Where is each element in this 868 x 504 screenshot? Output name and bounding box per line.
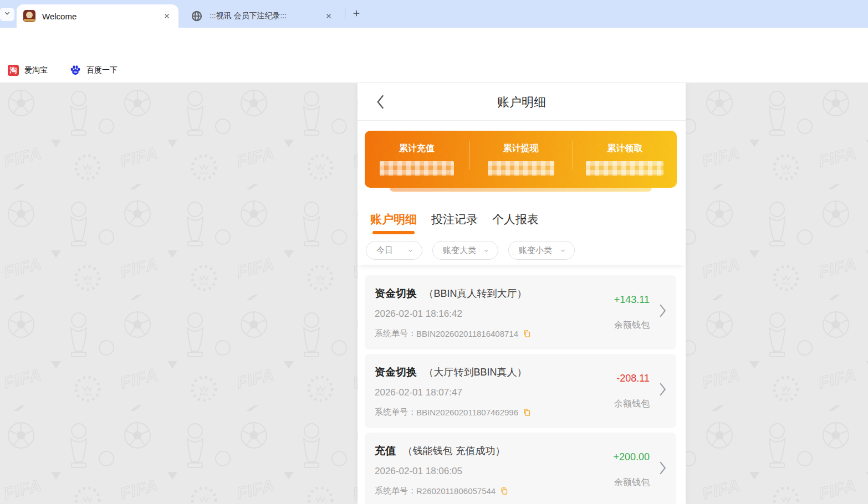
chevron-right-icon[interactable] [659, 304, 666, 320]
list-item[interactable]: 资金切换 （大厅转到BBIN真人） 2026-02-01 18:07:47 系统… [365, 354, 676, 428]
stat-value-blurred [488, 161, 554, 176]
record-detail: （大厅转到BBIN真人） [423, 367, 527, 378]
baidu-paw-icon: du [70, 65, 81, 76]
chevron-down-icon [559, 247, 566, 254]
record-time: 2026-02-01 18:07:47 [375, 387, 462, 398]
record-amount: +200.00 [613, 451, 650, 463]
stat-total-claimed: 累计领取 [573, 131, 677, 188]
filter-subcategory-dropdown[interactable]: 账变小类 [508, 241, 575, 260]
record-wallet: 余额钱包 [614, 320, 650, 331]
record-list: 资金切换 （BBIN真人转到大厅） 2026-02-01 18:16:42 系统… [358, 265, 686, 504]
stats-card-shadow [390, 188, 652, 192]
page-title: 账户明细 [358, 94, 686, 111]
page-header: 账户明细 [358, 83, 686, 121]
copy-icon[interactable] [523, 330, 531, 338]
list-item[interactable]: 充值 （钱能钱包 充值成功） 2026-02-01 18:06:05 系统单号：… [365, 433, 676, 504]
record-title: 充值 （钱能钱包 充值成功） [375, 444, 505, 458]
browser-tabstrip: Welcome :::视讯 会员下注纪录::: [0, 0, 868, 28]
browser-tab-welcome[interactable]: Welcome [17, 4, 178, 28]
screen: Welcome :::视讯 会员下注纪录::: [0, 0, 868, 504]
bookmark-aitaobao[interactable]: 淘 爱淘宝 [4, 62, 51, 79]
tab-list-chevron[interactable] [0, 8, 14, 21]
record-order: 系统单号： BBIN202602011807462996 [375, 407, 531, 418]
filter-label: 今日 [376, 245, 393, 256]
stat-label: 累计提现 [503, 143, 539, 155]
close-icon[interactable] [162, 11, 172, 21]
list-item[interactable]: 资金切换 （BBIN真人转到大厅） 2026-02-01 18:16:42 系统… [365, 275, 676, 349]
svg-text:du: du [74, 70, 78, 74]
chevron-down-icon [483, 247, 490, 254]
record-amount: +143.11 [614, 294, 650, 306]
chevron-right-icon[interactable] [659, 461, 666, 477]
stat-value-blurred [586, 161, 663, 176]
tab-title: Welcome [42, 12, 162, 21]
active-tab-underline [372, 231, 415, 234]
new-tab-button[interactable] [349, 7, 364, 22]
stat-total-withdraw: 累计提现 [469, 131, 573, 188]
order-label: 系统单号： [375, 328, 416, 339]
content-column: 账户明细 累计充值 累计提现 累计领取 账户明细 投注记录 [358, 83, 686, 504]
order-number: R2602011806057544 [416, 486, 496, 496]
order-number: BBIN202602011816408714 [416, 329, 518, 338]
chevron-right-icon[interactable] [659, 383, 666, 398]
stat-total-deposit: 累计充值 [365, 131, 469, 188]
close-icon[interactable] [324, 11, 334, 21]
filter-bar: 今日 账变大类 账变小类 [358, 236, 686, 265]
filter-label: 账变大类 [443, 245, 476, 256]
tab-title: :::视讯 会员下注纪录::: [210, 11, 324, 21]
bookmark-label: 百度一下 [86, 65, 118, 75]
copy-icon[interactable] [523, 408, 531, 416]
plus-icon [352, 9, 361, 20]
tab-personal-report[interactable]: 个人报表 [492, 212, 539, 227]
tab-divider [345, 8, 345, 19]
record-order: 系统单号： R2602011806057544 [375, 486, 508, 496]
bookmark-label: 爱淘宝 [24, 65, 48, 75]
filter-category-dropdown[interactable]: 账变大类 [432, 241, 498, 260]
casino-favicon-icon [23, 10, 35, 22]
record-type: 资金切换 [375, 287, 417, 299]
order-label: 系统单号： [375, 407, 416, 418]
tab-account-detail[interactable]: 账户明细 [370, 212, 417, 227]
record-title: 资金切换 （BBIN真人转到大厅） [375, 286, 527, 301]
taobao-icon: 淘 [8, 65, 19, 76]
record-time: 2026-02-01 18:06:05 [375, 466, 462, 477]
record-detail: （BBIN真人转到大厅） [423, 288, 527, 299]
stats-card: 累计充值 累计提现 累计领取 [365, 131, 677, 188]
report-tabs: 账户明细 投注记录 个人报表 [358, 203, 686, 236]
bookmarks-bar: 淘 爱淘宝 du 百度一下 [0, 58, 868, 83]
order-label: 系统单号： [375, 486, 416, 496]
filter-label: 账变小类 [519, 245, 552, 256]
webpage-viewport: FIFA FIFA [0, 83, 868, 504]
globe-icon [191, 10, 203, 22]
record-title: 资金切换 （大厅转到BBIN真人） [375, 365, 527, 379]
browser-tab-records[interactable]: :::视讯 会员下注纪录::: [184, 4, 340, 28]
browser-toolbar: 175616.cc/reports/index?tab=0 [0, 28, 868, 58]
record-detail: （钱能钱包 充值成功） [402, 445, 505, 456]
order-number: BBIN202602011807462996 [416, 408, 518, 417]
record-type: 充值 [375, 445, 396, 456]
chevron-down-icon [407, 247, 414, 254]
stat-label: 累计充值 [399, 143, 435, 155]
record-wallet: 余额钱包 [614, 398, 650, 410]
record-order: 系统单号： BBIN202602011816408714 [375, 328, 531, 339]
record-type: 资金切换 [375, 366, 417, 378]
stat-label: 累计领取 [607, 143, 642, 155]
record-amount: -208.11 [616, 373, 650, 384]
tab-bet-records[interactable]: 投注记录 [431, 212, 478, 227]
copy-icon[interactable] [500, 487, 508, 495]
filter-date-dropdown[interactable]: 今日 [366, 241, 422, 260]
stat-value-blurred [380, 161, 454, 176]
record-time: 2026-02-01 18:16:42 [375, 308, 462, 320]
bookmark-baidu[interactable]: du 百度一下 [67, 62, 121, 79]
record-wallet: 余额钱包 [614, 477, 650, 488]
chevron-down-icon [3, 9, 11, 19]
